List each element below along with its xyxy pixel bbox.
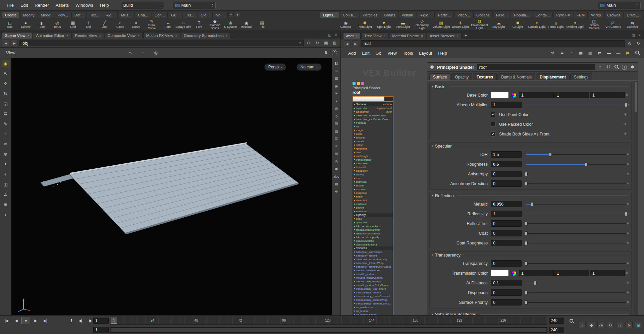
color-component-field[interactable]: 1 bbox=[590, 270, 625, 276]
vop-input-sheen[interactable]: sheen bbox=[353, 195, 393, 199]
view-tool-icon[interactable]: ◈ bbox=[2, 60, 10, 67]
vop-input-aniso[interactable]: aniso bbox=[353, 132, 393, 136]
current-frame-display[interactable]: 1 bbox=[66, 318, 77, 323]
tool-box[interactable]: ◻Box bbox=[2, 18, 18, 31]
pane-tab-render-view[interactable]: Render View× bbox=[72, 32, 104, 39]
realtime-icon[interactable]: ◷ bbox=[597, 322, 604, 328]
hierarchy-icon[interactable]: ≣ bbox=[559, 50, 565, 56]
slider[interactable] bbox=[526, 231, 626, 236]
slider[interactable] bbox=[526, 202, 626, 207]
vop-input-emitint[interactable]: emitint bbox=[353, 206, 393, 210]
vop-input-basecolor-textureintensity[interactable]: basecolor_textureIntensity bbox=[353, 258, 393, 261]
pane-tab-material-palette[interactable]: Material Palette× bbox=[389, 33, 426, 39]
lasso-select-icon[interactable]: ◌ bbox=[142, 50, 145, 55]
vop-input-basecolor-usepackedcolor[interactable]: basecolor_usePackedColor bbox=[353, 117, 393, 121]
tool-sphere[interactable]: ●Sphere bbox=[18, 18, 34, 31]
value-field[interactable]: 0 bbox=[491, 299, 522, 305]
shelf-tab-drive[interactable]: Drive... bbox=[624, 12, 642, 18]
shelf-tab-crowds[interactable]: Crowds bbox=[604, 12, 624, 18]
node-name[interactable]: roof bbox=[353, 90, 393, 95]
value-field[interactable]: 0 bbox=[491, 230, 522, 236]
right-layout-select[interactable]: Main ▴▾ bbox=[598, 2, 641, 9]
param-tab-displacement[interactable]: Displacement bbox=[536, 73, 570, 80]
net-menu-layout[interactable]: Layout bbox=[416, 50, 435, 57]
tool-ambient-light[interactable]: ✦Ambient Light bbox=[566, 18, 585, 31]
isolate-icon[interactable]: ⊡ bbox=[333, 136, 340, 141]
pose-tool-icon[interactable]: ✪ bbox=[2, 110, 10, 118]
param-menu-icon[interactable]: ✳ bbox=[626, 221, 629, 226]
slider[interactable] bbox=[526, 172, 626, 176]
shelf-tab-create[interactable]: Create bbox=[2, 12, 20, 18]
mirror-tool-icon[interactable]: ◫ bbox=[2, 181, 10, 188]
pane-split-icon[interactable]: ◫ bbox=[327, 33, 332, 38]
shelf-tab-mus[interactable]: Mus... bbox=[118, 12, 135, 18]
slider[interactable] bbox=[526, 212, 626, 216]
tool-torus[interactable]: ◎Torus bbox=[49, 18, 65, 31]
tool-draw-curve[interactable]: ✎Draw Curve bbox=[144, 18, 160, 31]
vop-input-basecolor-texture[interactable]: basecolor_texture bbox=[353, 254, 393, 258]
tool-path[interactable]: ↝Path bbox=[160, 18, 175, 31]
stop-button[interactable]: ■ bbox=[21, 317, 30, 324]
tool-file[interactable]: ▤File bbox=[254, 18, 270, 31]
vop-input-metallic-usetexture[interactable]: metallic_useTexture bbox=[353, 269, 393, 272]
snap-tool-icon[interactable]: ⊕ bbox=[2, 151, 10, 158]
loop-icon[interactable]: ↻ bbox=[607, 322, 614, 328]
vop-input-opacpackedalpha[interactable]: opacpackedalpha bbox=[353, 243, 393, 246]
scrollbar[interactable] bbox=[634, 81, 638, 315]
tool-gi-light[interactable]: ✹GI Light bbox=[508, 18, 527, 31]
handles-icon[interactable]: ✛ bbox=[333, 189, 340, 194]
layout-select[interactable]: Main ▴▾ bbox=[173, 2, 216, 9]
section-header-subsurface-scattering[interactable]: ▾Subsurface Scattering bbox=[431, 311, 630, 315]
vop-input-metallic-monochannel[interactable]: metallic_monoChannel bbox=[353, 276, 393, 280]
slider[interactable] bbox=[526, 152, 626, 157]
display-options-icon[interactable]: ≡ bbox=[333, 144, 340, 149]
play-reverse-button[interactable]: ◀ bbox=[12, 317, 20, 324]
vop-input-transparency-usetexture[interactable]: transparency_useTexture bbox=[353, 287, 393, 291]
camera-selector[interactable]: No cam ▾ bbox=[297, 63, 322, 71]
close-icon[interactable]: × bbox=[226, 34, 228, 38]
param-menu-icon[interactable]: ✳ bbox=[626, 181, 629, 186]
vop-input-fakecausticsenabled[interactable]: fakecausticsenabled bbox=[353, 224, 393, 228]
tool-stereo-camera[interactable]: ◫Stereo Camera bbox=[585, 18, 604, 31]
node-badge-icon[interactable] bbox=[357, 82, 360, 85]
value-field[interactable]: 0 bbox=[491, 220, 522, 227]
tool-sky-light[interactable]: ☁Sky Light bbox=[489, 18, 508, 31]
vop-input-metallic[interactable]: metallic bbox=[353, 140, 393, 143]
tool-point-light[interactable]: ✺Point Light bbox=[355, 18, 374, 31]
shelf-tab-con[interactable]: Con... bbox=[152, 12, 168, 18]
slider[interactable] bbox=[526, 181, 626, 186]
shelf-tab-clo[interactable]: Clo... bbox=[198, 12, 213, 18]
network-canvas[interactable]: VEX Builder Principled Shader roof ▾Surf… bbox=[341, 58, 644, 315]
global-end-field[interactable]: 240 bbox=[549, 327, 564, 333]
color-component-field[interactable]: 1 bbox=[590, 92, 625, 98]
sticky-note-icon[interactable]: ▬ bbox=[606, 50, 612, 56]
key-tool-icon[interactable]: ✦ bbox=[2, 161, 10, 168]
snapshot-icon[interactable]: ▧ bbox=[332, 40, 338, 46]
forward-button[interactable]: ▶ bbox=[352, 40, 359, 47]
vop-input-sssphase[interactable]: sssphase bbox=[353, 191, 393, 195]
character-icon[interactable]: ◉ bbox=[635, 322, 642, 328]
tool-l-system[interactable]: ⋔L-System bbox=[223, 18, 238, 31]
pane-tab-composite-view[interactable]: Composite View× bbox=[105, 32, 143, 39]
current-frame-marker[interactable]: 1 bbox=[111, 318, 117, 324]
param-menu-icon[interactable]: ✳ bbox=[626, 261, 629, 266]
net-menu-view[interactable]: View bbox=[384, 50, 400, 57]
camera-icon[interactable]: ◉ bbox=[333, 84, 340, 89]
grid-view-icon[interactable]: ▦ bbox=[578, 50, 584, 56]
slider[interactable] bbox=[526, 290, 626, 295]
vop-input-priority[interactable]: priority bbox=[353, 173, 393, 176]
shelf-tab-def[interactable]: Def... bbox=[71, 12, 87, 18]
pane-tab-animation-editor[interactable]: Animation Editor× bbox=[33, 32, 71, 39]
search-icon[interactable] bbox=[634, 50, 640, 56]
vop-input-metallic-texturecolorspace[interactable]: metallic_textureColorSpace bbox=[353, 283, 393, 287]
vop-input-basecolor-usetexture[interactable]: basecolor_useTexture bbox=[353, 250, 393, 254]
wireframe-icon[interactable]: ◇ bbox=[333, 114, 340, 119]
vop-input-opac[interactable]: opac bbox=[353, 217, 393, 221]
tool-spot-light[interactable]: ▼Spot Light bbox=[374, 18, 393, 31]
keyframe-icon[interactable]: ◆ bbox=[588, 322, 595, 328]
tool-tube[interactable]: ▮Tube bbox=[34, 18, 49, 31]
vop-input-albedomult[interactable]: albedomultlayer bbox=[353, 110, 393, 114]
param-tab-bump-normals[interactable]: Bump & Normals bbox=[497, 73, 535, 80]
tool-environment-light[interactable]: ◍Environment Light bbox=[470, 18, 489, 31]
section-header-specular[interactable]: ▾Specular bbox=[431, 143, 630, 150]
